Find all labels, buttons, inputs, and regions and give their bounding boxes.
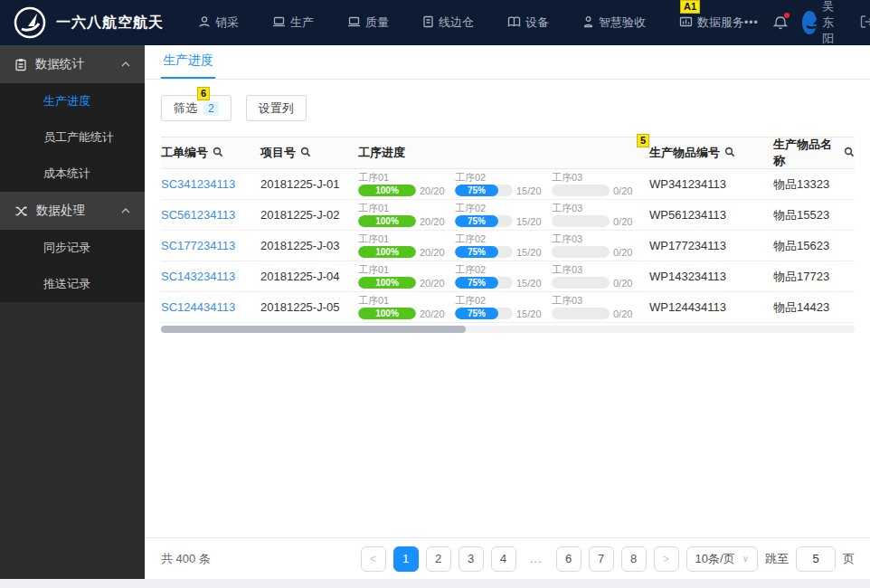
project-number: 20181225-J-03 [260, 239, 358, 252]
process-progress-1: 工序01 100%20/20 [358, 172, 455, 196]
table-row[interactable]: SC341234113 20181225-J-01 工序01 100%20/20… [161, 169, 855, 200]
filter-count-badge: 2 [203, 101, 219, 116]
jump-page-input[interactable] [796, 546, 836, 572]
item-code: WP143234113 [649, 270, 773, 283]
project-number: 20181225-J-02 [260, 208, 358, 222]
prev-page-button[interactable]: < [361, 546, 386, 572]
company-logo-icon [13, 5, 47, 40]
process-progress-2: 工序02 75%15/20 [455, 233, 552, 258]
clipboard-icon [14, 58, 27, 71]
progress-bar: 75% [455, 308, 498, 319]
process-progress-1: 工序01 100%20/20 [358, 203, 455, 227]
nav-item-line-warehouse[interactable]: 线边仓 [422, 14, 474, 31]
progress-bar: 100% [358, 308, 416, 319]
sidebar-item-employee-capacity[interactable]: 员工产能统计 [0, 119, 145, 156]
process-progress-3: 工序03 0/20 [552, 203, 648, 227]
project-number: 20181225-J-04 [260, 270, 358, 283]
table-row[interactable]: SC177234113 20181225-J-03 工序01 100%20/20… [161, 231, 855, 261]
page-background-strip [0, 579, 870, 588]
column-header-project[interactable]: 项目号 [260, 145, 358, 161]
laptop-icon [272, 15, 286, 31]
nav-item-smart-acceptance[interactable]: 智慧验收 [582, 14, 646, 31]
item-code: WP561234113 [649, 208, 773, 222]
project-number: 20181225-J-05 [260, 300, 358, 314]
progress-bar: 100% [358, 215, 416, 227]
more-menu-icon[interactable]: ••• [744, 16, 759, 29]
page-button-2[interactable]: 2 [426, 546, 451, 572]
page-suffix-label: 页 [843, 551, 855, 567]
user-menu[interactable]: 吴东阳 [802, 0, 845, 47]
filter-button[interactable]: 筛选 2 [161, 95, 232, 121]
column-header-item-code[interactable]: 生产物品编号 [649, 145, 773, 161]
horizontal-scrollbar-thumb[interactable] [161, 326, 466, 333]
sidebar-group-data-processing[interactable]: 数据处理 [0, 192, 145, 230]
annotation-marker-5: 5 [637, 134, 649, 147]
search-icon[interactable] [300, 147, 311, 160]
process-progress-2: 工序02 75%15/20 [455, 295, 552, 319]
nav-item-quality[interactable]: 质量 [347, 14, 389, 31]
progress-bar: 100% [358, 277, 416, 289]
table-row[interactable]: SC561234113 20181225-J-02 工序01 100%20/20… [161, 200, 855, 231]
document-icon [422, 15, 434, 31]
chevron-down-icon: ∨ [742, 554, 749, 564]
progress-bar: 75% [455, 277, 498, 289]
person-check-icon [582, 15, 594, 31]
progress-bar: 75% [455, 246, 498, 258]
item-name: 物品14423 [773, 299, 855, 316]
book-icon [507, 15, 521, 31]
nav-menu: 销采 生产 质量 线边仓 设备 智慧验收 [198, 14, 744, 31]
page-button-1[interactable]: 1 [393, 546, 419, 572]
page-button-3[interactable]: 3 [459, 546, 484, 572]
column-header-work-order[interactable]: 工单编号 [161, 145, 260, 161]
submenu-data-statistics: 生产进度 员工产能统计 成本统计 [0, 83, 145, 192]
nav-item-purchase[interactable]: 销采 [198, 14, 239, 31]
search-icon[interactable] [213, 147, 223, 160]
work-order-link[interactable]: SC561234113 [161, 208, 235, 222]
submenu-data-processing: 同步记录 推送记录 [0, 230, 145, 302]
item-name: 物品17723 [773, 269, 855, 285]
logout-icon [859, 14, 870, 32]
page-ellipsis[interactable]: ... [524, 546, 549, 572]
work-order-link[interactable]: SC143234113 [161, 270, 235, 283]
work-order-link[interactable]: SC124434113 [161, 300, 235, 314]
horizontal-scrollbar[interactable] [161, 326, 855, 333]
search-icon[interactable] [844, 147, 855, 160]
table-row[interactable]: SC143234113 20181225-J-04 工序01 100%20/20… [161, 261, 855, 292]
nav-item-equipment[interactable]: 设备 [507, 14, 549, 31]
toolbar: 筛选 2 设置列 [145, 80, 870, 121]
annotation-marker-6: 6 [197, 87, 210, 100]
page-button-8[interactable]: 8 [621, 546, 647, 572]
work-order-link[interactable]: SC341234113 [161, 177, 235, 191]
table-footer: 共 400 条 < 1 2 3 4 ... 6 7 8 > 10条/页 ∨ 跳至… [145, 537, 870, 579]
search-icon[interactable] [724, 147, 735, 160]
page-button-4[interactable]: 4 [491, 546, 516, 572]
logout-button[interactable]: 退出 [859, 6, 870, 39]
next-page-button[interactable]: > [654, 546, 679, 572]
table-row[interactable]: SC124434113 20181225-J-05 工序01 100%20/20… [161, 292, 855, 323]
process-progress-3: 工序03 0/20 [552, 295, 648, 319]
top-navbar: 一六八航空航天 销采 生产 质量 线边仓 设备 [0, 0, 870, 45]
progress-bar: 75% [455, 215, 498, 227]
tab-production-progress[interactable]: 生产进度 [161, 52, 215, 79]
column-settings-button[interactable]: 设置列 [246, 95, 307, 121]
sidebar-item-sync-records[interactable]: 同步记录 [0, 230, 145, 266]
page-size-select[interactable]: 10条/页 ∨ [686, 546, 758, 572]
work-order-link[interactable]: SC177234113 [161, 239, 235, 252]
process-progress-3: 工序03 0/20 [552, 172, 648, 196]
page-button-6[interactable]: 6 [556, 546, 582, 572]
notification-bell-icon[interactable] [773, 14, 788, 32]
sidebar-item-production-progress[interactable]: 生产进度 [0, 83, 145, 119]
app-window: 一六八航空航天 销采 生产 质量 线边仓 设备 [0, 0, 870, 588]
sidebar-group-data-statistics[interactable]: 数据统计 [0, 45, 145, 83]
sidebar-item-cost-statistics[interactable]: 成本统计 [0, 156, 145, 192]
table-header-row: 工单编号 项目号 工序进度 生产物品编号 生产物品名称 [161, 137, 855, 169]
page-button-7[interactable]: 7 [589, 546, 614, 572]
sidebar-item-push-records[interactable]: 推送记录 [0, 266, 145, 302]
table-body: SC341234113 20181225-J-01 工序01 100%20/20… [161, 169, 855, 323]
sidebar: 数据统计 生产进度 员工产能统计 成本统计 数据处理 同步记录 推送记录 [0, 45, 145, 579]
nav-item-production[interactable]: 生产 [272, 14, 314, 31]
nav-item-data-service[interactable]: 数据服务 [679, 14, 744, 31]
column-header-item-name[interactable]: 生产物品名称 [773, 137, 855, 169]
total-count: 共 400 条 [161, 551, 211, 567]
brand-title: 一六八航空航天 [56, 14, 164, 33]
